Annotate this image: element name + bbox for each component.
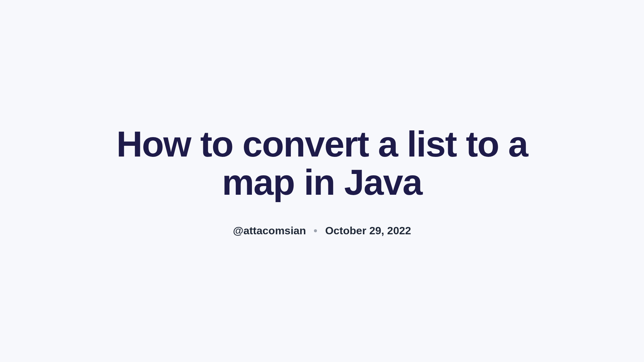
publish-date: October 29, 2022 bbox=[325, 225, 411, 237]
article-meta: @attacomsian October 29, 2022 bbox=[233, 225, 411, 237]
content-container: How to convert a list to a map in Java @… bbox=[0, 125, 644, 237]
author-handle: @attacomsian bbox=[233, 225, 306, 237]
separator-dot bbox=[314, 229, 317, 232]
article-title: How to convert a list to a map in Java bbox=[104, 125, 540, 201]
